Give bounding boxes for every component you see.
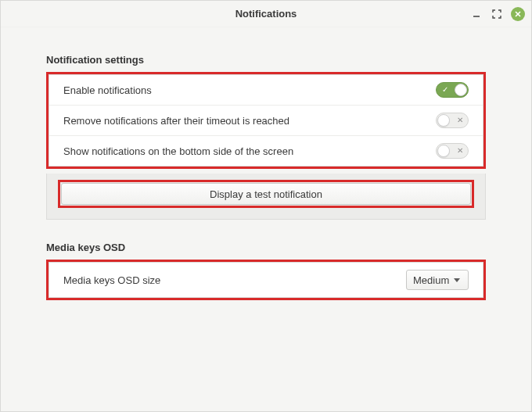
toggle-enable-notifications[interactable]: ✓ bbox=[436, 82, 469, 98]
chevron-down-icon bbox=[454, 278, 460, 282]
row-enable-notifications: Enable notifications ✓ bbox=[49, 75, 483, 106]
close-icon bbox=[515, 11, 521, 17]
toggle-knob bbox=[455, 84, 467, 96]
x-icon: ✕ bbox=[457, 116, 463, 124]
media-settings-list: Media keys OSD size Medium bbox=[49, 262, 483, 298]
highlight-media: Media keys OSD size Medium bbox=[46, 260, 486, 300]
titlebar: Notifications bbox=[1, 1, 531, 27]
test-notification-panel: Display a test notification bbox=[46, 174, 486, 220]
notification-settings-list: Enable notifications ✓ Remove notificati… bbox=[49, 74, 483, 167]
row-bottom-of-screen: Show notifications on the bottom side of… bbox=[49, 136, 483, 166]
row-label: Enable notifications bbox=[63, 84, 152, 96]
row-label: Remove notifications after their timeout… bbox=[63, 115, 289, 127]
window-title: Notifications bbox=[235, 8, 297, 20]
spacer bbox=[46, 220, 486, 242]
dropdown-value: Medium bbox=[413, 274, 449, 286]
toggle-knob bbox=[437, 114, 450, 127]
highlight-test-button: Display a test notification bbox=[58, 180, 474, 208]
row-media-osd-size: Media keys OSD size Medium bbox=[49, 263, 483, 297]
toggle-knob bbox=[437, 145, 450, 157]
check-icon: ✓ bbox=[442, 86, 448, 94]
maximize-button[interactable] bbox=[491, 8, 503, 20]
minimize-icon bbox=[473, 10, 480, 18]
row-remove-after-timeout: Remove notifications after their timeout… bbox=[49, 106, 483, 136]
maximize-icon bbox=[492, 9, 501, 19]
toggle-remove-after-timeout[interactable]: ✕ bbox=[436, 113, 469, 128]
close-button[interactable] bbox=[511, 7, 525, 21]
row-label: Media keys OSD size bbox=[63, 274, 160, 286]
settings-window: Notifications Notifi bbox=[0, 0, 532, 412]
highlight-notifications: Enable notifications ✓ Remove notificati… bbox=[46, 72, 486, 169]
toggle-bottom-of-screen[interactable]: ✕ bbox=[436, 143, 469, 159]
window-controls bbox=[470, 1, 525, 27]
section-title-notifications: Notification settings bbox=[46, 54, 486, 66]
media-osd-size-dropdown[interactable]: Medium bbox=[406, 270, 469, 290]
section-title-media: Media keys OSD bbox=[46, 242, 486, 253]
minimize-button[interactable] bbox=[470, 8, 483, 20]
content-area: Notification settings Enable notificatio… bbox=[1, 27, 531, 411]
row-label: Show notifications on the bottom side of… bbox=[63, 145, 293, 157]
x-icon: ✕ bbox=[457, 147, 463, 155]
display-test-notification-button[interactable]: Display a test notification bbox=[61, 183, 471, 205]
